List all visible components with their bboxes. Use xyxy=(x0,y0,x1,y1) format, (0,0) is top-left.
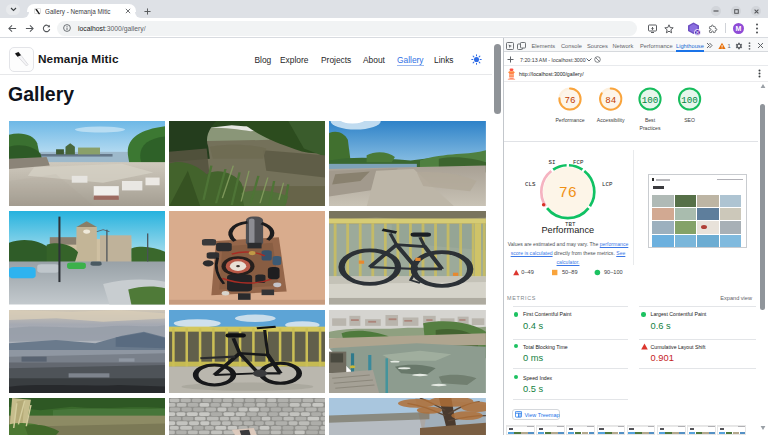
svg-text:76: 76 xyxy=(564,95,575,106)
svg-text:76: 76 xyxy=(559,185,577,202)
svg-text:84: 84 xyxy=(605,95,617,106)
svg-text:100: 100 xyxy=(681,95,698,106)
svg-text:100: 100 xyxy=(642,95,659,106)
